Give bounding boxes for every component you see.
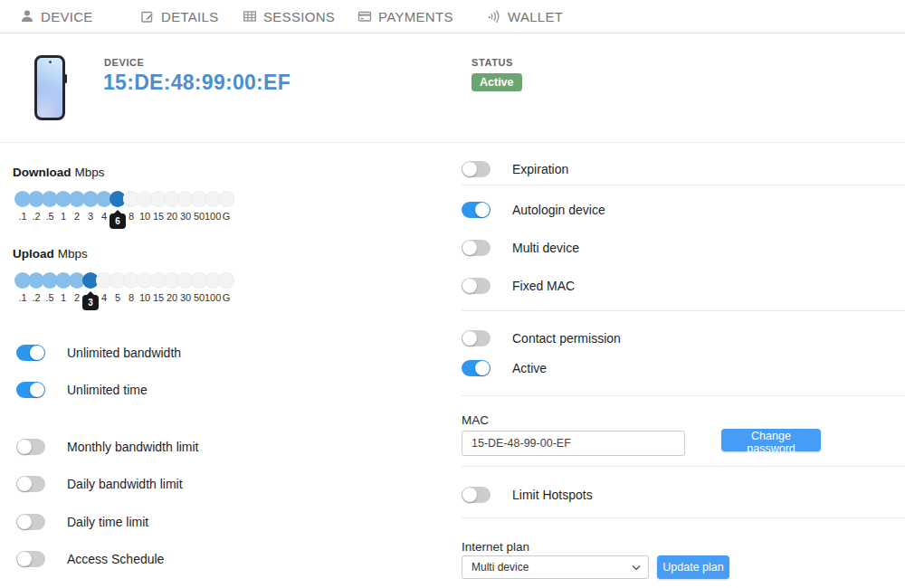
expiration-label: Expiration	[512, 162, 568, 176]
toggle-knob	[462, 162, 477, 176]
tab-payments[interactable]: PAYMENTS	[357, 0, 453, 33]
toggle-row-unlimited-time: Unlimited time	[16, 381, 148, 399]
unlimited-bandwidth-toggle[interactable]	[16, 345, 45, 361]
download-slider: DownloadMbps .1.2.51234681015203050100G …	[13, 166, 257, 234]
status-badge: Active	[472, 73, 522, 91]
slider-dot[interactable]	[218, 191, 234, 207]
slider-tick-label: G	[218, 211, 234, 222]
download-slider-track	[14, 191, 232, 207]
internet-plan-select[interactable]: Multi device	[462, 555, 649, 579]
device-mac-address: 15:DE:48:99:00:EF	[103, 71, 291, 95]
person-icon	[20, 9, 34, 24]
multi-device-toggle[interactable]	[462, 240, 491, 256]
daily-time-limit-label: Daily time limit	[67, 515, 148, 529]
toggle-knob	[462, 488, 477, 502]
section-divider	[462, 395, 905, 396]
unlimited-bandwidth-label: Unlimited bandwidth	[67, 346, 181, 360]
tab-details-label: DETAILS	[161, 9, 219, 24]
toggle-row-daily-bandwidth-limit: Daily bandwidth limit	[16, 475, 183, 493]
access-schedule-label: Access Schedule	[67, 552, 164, 566]
section-divider	[462, 310, 905, 311]
tab-wallet-label: WALLET	[508, 9, 563, 24]
upload-slider-title: UploadMbps	[13, 247, 88, 261]
download-unit-text: Mbps	[75, 166, 105, 179]
toggle-knob	[17, 552, 32, 566]
multi-device-label: Multi device	[512, 241, 579, 255]
fixed-mac-toggle[interactable]	[462, 278, 491, 294]
slider-dot[interactable]	[218, 272, 234, 289]
fixed-mac-label: Fixed MAC	[512, 279, 575, 293]
limit-hotspots-label: Limit Hotspots	[512, 488, 593, 502]
device-phone-image	[34, 55, 65, 120]
header-divider	[0, 142, 905, 143]
change-password-button[interactable]: Change password	[721, 429, 821, 451]
tab-device[interactable]: DEVICE	[20, 0, 93, 33]
toggle-knob	[30, 346, 44, 360]
contactless-icon	[487, 9, 501, 24]
toggle-row-contact-permission: Contact permission	[462, 329, 621, 347]
credit-card-icon	[357, 9, 372, 24]
mac-field-label: MAC	[462, 413, 489, 427]
toggle-row-autologin-device: Autologin device	[462, 201, 605, 219]
autologin-device-label: Autologin device	[512, 203, 605, 217]
edit-icon	[140, 9, 155, 24]
upload-value-tooltip: 3	[82, 295, 99, 310]
toggle-row-daily-time-limit: Daily time limit	[16, 513, 148, 531]
limit-hotspots-toggle[interactable]	[462, 487, 491, 503]
access-schedule-toggle[interactable]	[16, 551, 45, 567]
toggle-row-fixed-mac: Fixed MAC	[462, 277, 575, 295]
active-toggle[interactable]	[462, 360, 491, 376]
toggle-row-access-schedule: Access Schedule	[16, 550, 164, 568]
upload-slider: UploadMbps .1.2.51234581015203050100G 3	[13, 247, 257, 316]
toggle-row-limit-hotspots: Limit Hotspots	[462, 486, 593, 504]
contact-permission-label: Contact permission	[512, 331, 621, 346]
contact-permission-toggle[interactable]	[462, 330, 491, 346]
toggle-knob	[475, 361, 490, 375]
section-divider	[462, 466, 905, 467]
upload-unit-text: Mbps	[58, 247, 88, 261]
slider-tick-label: G	[218, 292, 234, 303]
device-section-label: DEVICE	[104, 57, 145, 68]
toggle-knob	[475, 203, 490, 217]
toggle-row-active: Active	[462, 359, 547, 377]
toggle-knob	[30, 383, 44, 397]
upload-title-text: Upload	[13, 247, 54, 261]
toggle-knob	[462, 279, 477, 293]
section-divider	[462, 517, 905, 518]
device-settings-page: DEVICE DETAILS SESSIONS	[0, 0, 905, 588]
daily-time-limit-toggle[interactable]	[16, 514, 45, 530]
upload-slider-track	[14, 272, 232, 289]
status-section-label: STATUS	[472, 57, 513, 68]
tab-sessions[interactable]: SESSIONS	[243, 0, 335, 33]
download-slider-title: DownloadMbps	[13, 166, 105, 179]
section-divider	[462, 185, 905, 185]
tab-device-label: DEVICE	[41, 9, 93, 24]
monthly-bandwidth-limit-label: Monthly bandwidth limit	[67, 440, 199, 454]
autologin-device-toggle[interactable]	[462, 202, 491, 218]
monthly-bandwidth-limit-toggle[interactable]	[16, 439, 45, 455]
internet-plan-selected-value: Multi device	[472, 561, 632, 574]
unlimited-time-toggle[interactable]	[16, 382, 45, 398]
toggle-row-monthly-bandwidth-limit: Monthly bandwidth limit	[16, 438, 199, 456]
chevron-down-icon	[632, 564, 641, 571]
download-title-text: Download	[13, 166, 71, 179]
daily-bandwidth-limit-label: Daily bandwidth limit	[67, 477, 183, 491]
daily-bandwidth-limit-toggle[interactable]	[16, 476, 45, 492]
toggle-knob	[17, 477, 32, 491]
toggle-knob	[17, 515, 32, 529]
mac-input[interactable]	[462, 431, 685, 456]
toggle-knob	[17, 440, 32, 454]
toggle-row-unlimited-bandwidth: Unlimited bandwidth	[16, 344, 181, 362]
download-value-tooltip: 6	[110, 213, 126, 229]
active-label: Active	[512, 361, 547, 375]
toggle-row-multi-device: Multi device	[462, 239, 579, 257]
tab-wallet[interactable]: WALLET	[487, 0, 563, 33]
toggle-row-expiration: Expiration	[462, 160, 568, 178]
update-plan-button[interactable]: Update plan	[657, 555, 729, 579]
unlimited-time-label: Unlimited time	[67, 383, 148, 397]
toggle-knob	[462, 331, 477, 346]
tab-payments-label: PAYMENTS	[378, 9, 453, 24]
expiration-toggle[interactable]	[462, 161, 491, 177]
tab-sessions-label: SESSIONS	[263, 9, 335, 24]
tab-details[interactable]: DETAILS	[140, 0, 219, 33]
